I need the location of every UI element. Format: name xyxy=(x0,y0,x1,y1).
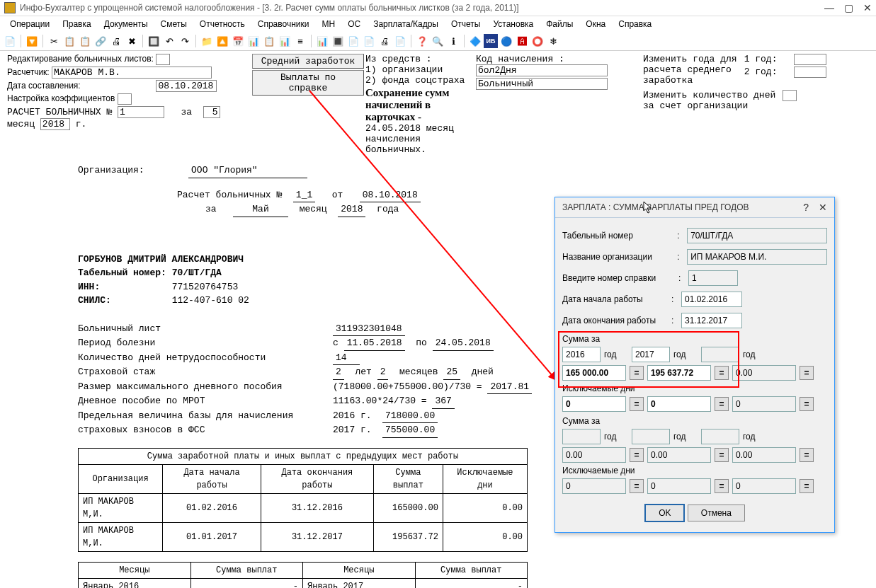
menu-item[interactable]: Зарплата/Кадры xyxy=(368,18,444,30)
close-icon[interactable]: ✕ xyxy=(819,202,827,213)
menu-item[interactable]: Отчеты xyxy=(445,18,486,30)
dlg-start-field[interactable] xyxy=(681,292,742,307)
menu-item[interactable]: Файлы xyxy=(540,18,579,30)
menu-item[interactable]: Установка xyxy=(487,18,539,30)
info-icon[interactable]: ℹ xyxy=(446,34,460,48)
eq-button[interactable]: = xyxy=(800,397,814,411)
search-icon[interactable]: 🔍 xyxy=(431,34,445,48)
calc-sick-num-field[interactable]: 1 xyxy=(118,106,164,118)
redo-icon[interactable]: ↷ xyxy=(178,34,192,48)
menu-item[interactable]: Окна xyxy=(580,18,611,30)
menu-item[interactable]: МН xyxy=(316,18,341,30)
calendar-icon[interactable]: 📅 xyxy=(231,34,245,48)
close-icon[interactable]: ✕ xyxy=(863,2,872,13)
minimize-icon[interactable]: — xyxy=(824,2,834,13)
year6-input[interactable] xyxy=(701,429,739,444)
excl4-input[interactable] xyxy=(562,478,626,494)
eq-button[interactable]: = xyxy=(800,448,814,462)
dlg-end-field[interactable] xyxy=(681,313,742,328)
maximize-icon[interactable]: ▢ xyxy=(844,2,853,13)
code1-field[interactable]: бол2Дня xyxy=(476,64,608,76)
ib-icon[interactable]: ИБ xyxy=(484,34,498,48)
eq-button[interactable]: = xyxy=(715,397,729,411)
sum1-input[interactable] xyxy=(562,365,626,381)
help-icon[interactable]: ❓ xyxy=(415,34,429,48)
eq-button[interactable]: = xyxy=(715,448,729,462)
tool-icon[interactable]: 📄 xyxy=(393,34,407,48)
excel-icon[interactable]: 📊 xyxy=(315,34,329,48)
ok-button[interactable]: OK xyxy=(644,504,685,522)
date-field[interactable]: 08.10.2018 xyxy=(156,80,217,92)
coef-toggle[interactable] xyxy=(118,93,132,105)
eq-button[interactable]: = xyxy=(630,448,644,462)
sum5-input[interactable] xyxy=(647,447,711,463)
filter-icon[interactable]: 🔽 xyxy=(25,34,39,48)
list-icon[interactable]: 📋 xyxy=(262,34,276,48)
eq-button[interactable]: = xyxy=(630,366,644,380)
tool-icon[interactable]: ≡ xyxy=(293,34,307,48)
dlg-tab-field[interactable] xyxy=(687,228,827,243)
change-days-field[interactable] xyxy=(783,90,797,101)
eq-button[interactable]: = xyxy=(800,479,814,493)
month-num-field[interactable]: 5 xyxy=(203,106,220,118)
dlg-ref-field[interactable] xyxy=(688,270,738,286)
year5-input[interactable] xyxy=(632,429,670,444)
chart-icon[interactable]: 📊 xyxy=(246,34,261,48)
calculator-field[interactable]: МАКАРОВ М.В. xyxy=(52,67,212,79)
excl2-input[interactable] xyxy=(647,396,711,412)
tool-icon[interactable]: 🔷 xyxy=(468,34,482,48)
excl5-input[interactable] xyxy=(647,478,711,494)
tool-icon[interactable]: 🔗 xyxy=(93,34,108,48)
sum6-input[interactable] xyxy=(732,447,796,463)
year1-input[interactable] xyxy=(562,347,601,362)
help-icon[interactable]: ? xyxy=(803,202,809,213)
tool-icon[interactable]: 🔵 xyxy=(499,34,513,48)
year3-input[interactable] xyxy=(701,347,739,362)
tool-icon[interactable]: ⭕ xyxy=(530,34,545,48)
year2-input[interactable] xyxy=(632,347,670,362)
folder-icon[interactable]: 📁 xyxy=(200,34,214,48)
edit-sick-toggle[interactable] xyxy=(156,54,170,65)
sum2-input[interactable] xyxy=(647,365,711,381)
tool-icon[interactable]: 📊 xyxy=(278,34,292,48)
paste-icon[interactable]: 📋 xyxy=(78,34,92,48)
year-field[interactable]: 2018 xyxy=(40,118,70,130)
delete-icon[interactable]: ✖ xyxy=(125,34,139,48)
year4-input[interactable] xyxy=(562,429,601,444)
menu-item[interactable]: Отчетность xyxy=(194,18,251,30)
avg-earnings-button[interactable]: Средний заработок xyxy=(252,54,364,69)
excl1-input[interactable] xyxy=(562,396,626,412)
undo-icon[interactable]: ↶ xyxy=(162,34,176,48)
up-icon[interactable]: 🔼 xyxy=(215,34,229,48)
menu-item[interactable]: Справка xyxy=(613,18,657,30)
sum3-input[interactable] xyxy=(732,365,796,381)
eq-button[interactable]: = xyxy=(800,366,814,380)
year2-field[interactable] xyxy=(794,67,826,78)
menu-item[interactable]: Сметы xyxy=(155,18,193,30)
year1-field[interactable] xyxy=(794,54,826,65)
menu-item[interactable]: Операции xyxy=(4,18,55,30)
menu-item[interactable]: ОС xyxy=(342,18,366,30)
copy-icon[interactable]: 📋 xyxy=(62,34,76,48)
menu-item[interactable]: Правка xyxy=(57,18,97,30)
tool-icon[interactable]: 🔳 xyxy=(331,34,345,48)
tool-icon[interactable]: ❄ xyxy=(546,34,560,48)
excl6-input[interactable] xyxy=(732,478,796,494)
eq-button[interactable]: = xyxy=(630,479,644,493)
cancel-button[interactable]: Отмена xyxy=(688,505,745,521)
tool-icon[interactable]: 📄 xyxy=(346,34,360,48)
menu-item[interactable]: Документы xyxy=(98,18,154,30)
tool-icon[interactable]: 📄 xyxy=(362,34,376,48)
excl3-input[interactable] xyxy=(732,396,796,412)
print-icon[interactable]: 🖨 xyxy=(109,34,123,48)
tool-icon[interactable]: 🔲 xyxy=(147,34,161,48)
dlg-org-field[interactable] xyxy=(687,249,827,265)
tool-icon[interactable]: 📄 xyxy=(3,34,17,48)
sum4-input[interactable] xyxy=(562,447,626,463)
eq-button[interactable]: = xyxy=(630,397,644,411)
payments-by-ref-button[interactable]: Выплаты по справке xyxy=(252,70,364,96)
cut-icon[interactable]: ✂ xyxy=(47,34,61,48)
code2-field[interactable]: Больничный xyxy=(476,78,608,90)
print-icon[interactable]: 🖨 xyxy=(377,34,392,48)
eq-button[interactable]: = xyxy=(715,479,729,493)
